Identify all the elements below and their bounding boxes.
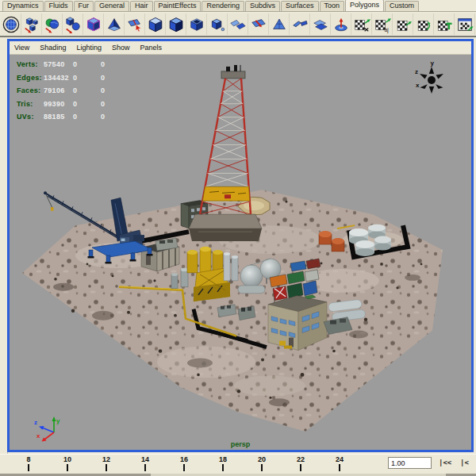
polygon-split-tool-icon[interactable] xyxy=(125,13,145,35)
polygon-triangulate-icon[interactable] xyxy=(269,13,290,35)
hud-uvs-label: UVs: xyxy=(17,113,44,121)
hud-row-uvs: UVs: 88185 0 0 xyxy=(17,110,105,124)
polygon-boolean-union-icon[interactable] xyxy=(42,13,63,35)
compass-y-label: y xyxy=(431,60,435,67)
polygon-center-pivot-icon-glyph xyxy=(332,16,350,33)
compass-z-label: z xyxy=(415,68,418,75)
time-tick-10[interactable]: 10 xyxy=(59,456,76,471)
time-tick-number: 24 xyxy=(331,456,348,463)
polygon-sphere-tool-icon-glyph xyxy=(2,16,20,33)
time-tick-number: 14 xyxy=(136,456,154,463)
time-tick-12[interactable]: 12 xyxy=(98,456,115,471)
go-to-start-button[interactable]: |<< xyxy=(439,459,451,466)
viewport-menu-show[interactable]: Show xyxy=(112,44,130,52)
uv-cylindrical-projection-icon[interactable] xyxy=(413,13,434,35)
uv-transfer-icon-glyph xyxy=(436,16,453,33)
time-tick-14[interactable]: 14 xyxy=(136,456,154,471)
polygon-quadrangulate-icon[interactable] xyxy=(310,13,331,35)
time-tick-mark xyxy=(28,464,29,471)
time-tick-18[interactable]: 18 xyxy=(214,456,232,471)
time-tick-mark xyxy=(67,464,68,471)
viewport-menu-view[interactable]: View xyxy=(14,44,29,52)
viewport-menubar: View Shading Lighting Show Panels xyxy=(10,41,471,55)
viewport-menu-panels[interactable]: Panels xyxy=(140,44,162,52)
polygon-extract-face-icon[interactable] xyxy=(166,13,186,35)
polygon-cut-plane-icon-glyph xyxy=(250,16,267,33)
shelf-tab-custom[interactable]: Custom xyxy=(385,1,419,11)
shelf-tab-hair[interactable]: Hair xyxy=(130,1,153,11)
uv-planar-projection-icon[interactable] xyxy=(393,13,413,35)
hud-faces-label: Faces: xyxy=(17,86,44,94)
uv-auto-projection-icon-glyph xyxy=(374,16,391,33)
polygon-combine-icon-glyph xyxy=(23,16,40,33)
polygon-smooth-icon[interactable] xyxy=(83,13,104,35)
hud-row-tris: Tris: 99390 0 0 xyxy=(17,98,105,111)
time-tick-mark xyxy=(144,464,146,471)
derrick-yellow-band xyxy=(202,186,249,201)
time-tick-24[interactable]: 24 xyxy=(331,456,348,471)
shelf-tab-polygons[interactable]: Polygons xyxy=(345,0,384,11)
polygon-cube-top-face-icon[interactable] xyxy=(145,13,166,35)
polygon-center-pivot-icon[interactable] xyxy=(331,13,351,35)
uv-transfer-icon[interactable] xyxy=(434,13,455,35)
heads-up-display: Verts: 57540 0 0 Edges: 134432 0 0 Faces… xyxy=(17,58,105,124)
uv-cylindrical-projection-icon-glyph xyxy=(415,16,432,33)
shelf-tab-painteffects[interactable]: PaintEffects xyxy=(154,1,202,11)
polygon-extract-face-icon-glyph xyxy=(167,16,185,33)
camera-name-label: persp xyxy=(10,440,471,448)
shelf-tab-general[interactable]: General xyxy=(94,1,129,11)
derrick-tower[interactable] xyxy=(189,65,262,241)
shelf-tab-dynamics[interactable]: Dynamics xyxy=(2,1,44,11)
time-tick-mark xyxy=(339,464,340,471)
polygon-cut-plane-icon[interactable] xyxy=(248,13,269,35)
polygon-boolean-difference-icon[interactable] xyxy=(63,13,83,35)
polygon-quadrangulate-icon-glyph xyxy=(312,16,329,33)
compass-x-label: x xyxy=(416,82,420,89)
step-back-button[interactable]: |< xyxy=(460,459,469,466)
polygon-combine-icon[interactable] xyxy=(21,13,42,35)
time-slider-ruler[interactable]: 81012141618202224 xyxy=(0,455,385,474)
time-tick-number: 20 xyxy=(253,456,271,463)
gizmo-x-label: x xyxy=(36,432,40,440)
view-compass-icon[interactable]: y z x xyxy=(413,60,451,101)
polygon-triangulate-icon-glyph xyxy=(271,16,288,33)
polygon-fold-plane-icon[interactable] xyxy=(290,13,310,35)
polygon-mirror-planes-icon[interactable] xyxy=(228,13,248,35)
time-tick-22[interactable]: 22 xyxy=(292,456,309,471)
shelf-tab-bar: Dynamics Fluids Fur General Hair PaintEf… xyxy=(0,0,476,12)
time-slider: 81012141618202224 |<< |< xyxy=(0,454,476,474)
current-time-field[interactable] xyxy=(388,457,432,469)
polygon-open-cube-icon[interactable] xyxy=(186,13,207,35)
hud-tris-label: Tris: xyxy=(17,100,44,108)
gizmo-y-label: y xyxy=(56,417,60,424)
viewport-menu-lighting[interactable]: Lighting xyxy=(76,44,102,52)
uv-auto-projection-icon[interactable] xyxy=(372,13,393,35)
time-tick-16[interactable]: 16 xyxy=(175,456,193,471)
polygon-duplicate-face-icon[interactable] xyxy=(207,13,228,35)
hud-edges-label: Edges: xyxy=(17,74,44,82)
gizmo-z-label: z xyxy=(34,419,37,426)
time-tick-mark xyxy=(261,464,263,471)
polygon-open-cube-icon-glyph xyxy=(188,16,205,33)
hud-verts-label: Verts: xyxy=(17,60,44,68)
time-tick-8[interactable]: 8 xyxy=(20,456,37,471)
polygon-split-tool-icon-glyph xyxy=(126,16,144,33)
shelf-icon-bar xyxy=(0,13,476,37)
shelf-tab-toon[interactable]: Toon xyxy=(320,1,345,11)
time-tick-mark xyxy=(300,464,301,471)
time-tick-20[interactable]: 20 xyxy=(253,456,271,471)
origin-axis-gizmo: y z x xyxy=(32,415,65,443)
uv-texture-editor-icon[interactable] xyxy=(455,13,475,35)
shelf-tab-fur[interactable]: Fur xyxy=(74,1,94,11)
shelf-tab-subdivs[interactable]: Subdivs xyxy=(245,1,280,11)
shelf-tab-fluids[interactable]: Fluids xyxy=(44,1,73,11)
polygon-extrude-face-icon[interactable] xyxy=(104,13,125,35)
polygon-mirror-planes-icon-glyph xyxy=(229,16,247,33)
shelf-tab-surfaces[interactable]: Surfaces xyxy=(281,1,319,11)
uv-cut-edges-icon[interactable] xyxy=(351,13,372,35)
polygon-sphere-tool-icon[interactable] xyxy=(1,13,21,35)
viewport-canvas[interactable]: Verts: 57540 0 0 Edges: 134432 0 0 Faces… xyxy=(10,55,471,450)
viewport-menu-shading[interactable]: Shading xyxy=(40,44,66,52)
hud-verts-value: 57540 xyxy=(44,60,73,68)
shelf-tab-rendering[interactable]: Rendering xyxy=(202,1,244,11)
